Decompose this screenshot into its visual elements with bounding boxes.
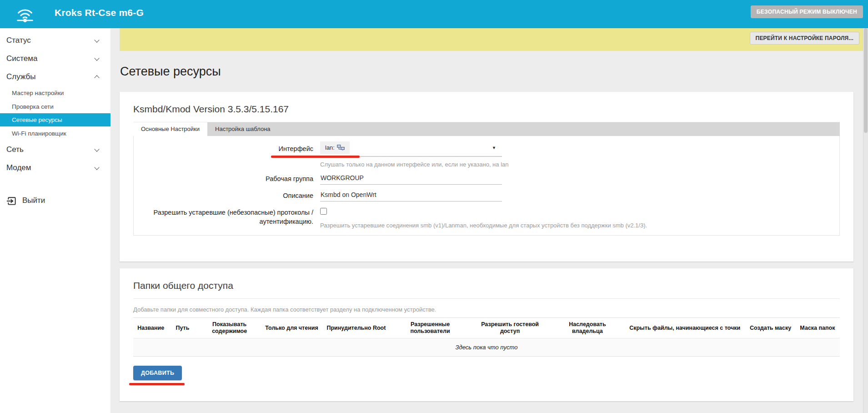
sidebar-item-services[interactable]: Службы bbox=[0, 70, 110, 84]
legacy-protocols-checkbox[interactable] bbox=[320, 208, 327, 215]
interface-chip-label: lan: bbox=[325, 144, 335, 151]
workgroup-input[interactable] bbox=[320, 171, 502, 185]
logout-label: Выйти bbox=[22, 196, 45, 205]
column-header: Скрыть файлы, начинающиеся с точки bbox=[624, 318, 746, 338]
sidebar-subitem-label: Сетевые ресурсы bbox=[12, 116, 62, 123]
tabbar: Основные Настройки Настройка шаблона bbox=[133, 122, 840, 136]
chevron-up-icon bbox=[94, 75, 99, 80]
sidebar-item-modem[interactable]: Модем bbox=[0, 161, 110, 175]
column-header: Создать маску bbox=[746, 318, 795, 338]
workgroup-label: Рабочая группа bbox=[134, 171, 313, 185]
ethernet-icon bbox=[337, 145, 345, 151]
dropdown-arrow-icon: ▼ bbox=[492, 146, 496, 150]
annotation-underline-add-button bbox=[129, 383, 185, 385]
sidebar-item-label: Модем bbox=[6, 163, 31, 172]
interface-hint: Слушать только на данном интерфейсе или,… bbox=[320, 161, 839, 168]
sidebar-subitem-label: Проверка сети bbox=[12, 103, 54, 110]
chevron-down-icon bbox=[94, 146, 99, 151]
shared-folders-card: Папки общего доступа Добавьте папки для … bbox=[120, 268, 853, 401]
notification-banner: ПЕРЕЙТИ К НАСТРОЙКЕ ПАРОЛЯ... bbox=[120, 28, 863, 51]
interface-select[interactable]: lan: ▼ bbox=[320, 141, 502, 157]
sidebar-item-setup-wizard[interactable]: Мастер настройки bbox=[0, 86, 110, 100]
scrollbar-thumb[interactable] bbox=[864, 28, 868, 133]
sidebar-item-wifi-scheduler[interactable]: Wi-Fi планировщик bbox=[0, 127, 110, 140]
wifi-antenna-icon bbox=[15, 4, 35, 26]
shared-folders-title: Папки общего доступа bbox=[133, 268, 840, 299]
logout-icon bbox=[6, 196, 17, 206]
chevron-down-icon bbox=[94, 55, 99, 60]
sidebar-item-network-shares[interactable]: Сетевые ресурсы bbox=[0, 113, 110, 126]
legacy-protocols-row: Разрешить устаревшие (небезопасные) прот… bbox=[134, 205, 839, 229]
empty-placeholder: Здесь пока что пусто bbox=[133, 338, 840, 357]
tab-template-settings[interactable]: Настройка шаблона bbox=[207, 122, 278, 136]
shared-folders-table: Название Путь Показывать содержимое Толь… bbox=[133, 317, 840, 357]
sidebar-subitem-label: Wi-Fi планировщик bbox=[12, 130, 66, 137]
safe-mode-button[interactable]: БЕЗОПАСНЫЙ РЕЖИМ ВЫКЛЮЧЕН bbox=[751, 5, 863, 18]
column-header: Разрешенные пользователи bbox=[391, 318, 469, 338]
sidebar-item-label: Система bbox=[6, 54, 37, 63]
tab-basic-settings[interactable]: Основные Настройки bbox=[133, 122, 207, 136]
table-header-row: Название Путь Показывать содержимое Толь… bbox=[133, 318, 840, 338]
chevron-down-icon bbox=[94, 165, 99, 170]
column-header: Путь bbox=[168, 318, 196, 338]
sidebar-subitem-label: Мастер настройки bbox=[12, 90, 64, 96]
sidebar-item-label: Статус bbox=[6, 36, 31, 45]
legacy-protocols-label: Разрешить устаревшие (небезопасные) прот… bbox=[134, 205, 313, 229]
sidebar-item-label: Сеть bbox=[6, 145, 24, 154]
tab-content-basic-settings: Интерфейс lan: ▼ bbox=[133, 136, 840, 236]
sidebar-item-network-check[interactable]: Проверка сети bbox=[0, 100, 110, 113]
sidebar: Статус Система Службы Мастер настройки П… bbox=[0, 28, 110, 413]
add-share-button[interactable]: ДОБАВИТЬ bbox=[133, 366, 182, 380]
page-title: Сетевые ресурсы bbox=[120, 65, 221, 79]
table-empty-row: Здесь пока что пусто bbox=[133, 338, 840, 357]
interface-label: Интерфейс bbox=[134, 141, 313, 168]
logout-button[interactable]: Выйти bbox=[0, 193, 110, 208]
interface-selected-chip: lan: bbox=[320, 141, 350, 154]
column-header: Название bbox=[133, 318, 168, 338]
description-input[interactable] bbox=[320, 188, 502, 201]
workgroup-row: Рабочая группа bbox=[134, 171, 839, 185]
app-header: Kroks Rt-Cse m6-G БЕЗОПАСНЫЙ РЕЖИМ ВЫКЛЮ… bbox=[0, 0, 868, 28]
sidebar-item-system[interactable]: Система bbox=[0, 51, 110, 66]
description-row: Описание bbox=[134, 188, 839, 201]
column-header: Наследовать владельца bbox=[551, 318, 624, 338]
column-header: Маска папок bbox=[795, 318, 840, 338]
column-header: Принудительно Root bbox=[321, 318, 391, 338]
column-header: Только для чтения bbox=[262, 318, 321, 338]
annotation-underline-interface bbox=[271, 156, 360, 158]
sidebar-item-network[interactable]: Сеть bbox=[0, 142, 110, 157]
ksmbd-card-title: Ksmbd/Kmod Version 3.5.3/5.15.167 bbox=[133, 92, 840, 122]
shared-folders-hint: Добавьте папки для совместного доступа. … bbox=[133, 306, 840, 313]
column-header: Разрешить гостевой доступ bbox=[469, 318, 551, 338]
go-to-password-settings-button[interactable]: ПЕРЕЙТИ К НАСТРОЙКЕ ПАРОЛЯ... bbox=[750, 32, 859, 45]
sidebar-item-label: Службы bbox=[6, 72, 35, 81]
description-label: Описание bbox=[134, 188, 313, 201]
sidebar-item-status[interactable]: Статус bbox=[0, 33, 110, 48]
column-header: Показывать содержимое bbox=[196, 318, 262, 338]
ksmbd-settings-card: Ksmbd/Kmod Version 3.5.3/5.15.167 Основн… bbox=[120, 92, 853, 262]
page-scrollbar[interactable] bbox=[863, 28, 868, 413]
chevron-down-icon bbox=[94, 37, 99, 42]
app-title: Kroks Rt-Cse m6-G bbox=[55, 7, 144, 18]
legacy-protocols-hint: Разрешить устаревшие соединения smb (v1)… bbox=[320, 222, 839, 229]
interface-row: Интерфейс lan: ▼ bbox=[134, 141, 839, 168]
